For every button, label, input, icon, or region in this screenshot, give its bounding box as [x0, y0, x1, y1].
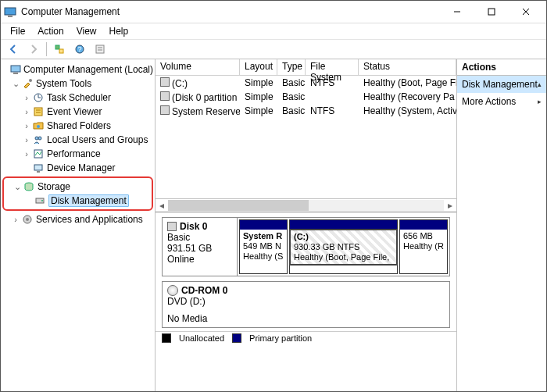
disk-row[interactable]: Disk 0 Basic 931.51 GB Online System R 5… [162, 217, 450, 276]
tree-services-apps[interactable]: › Services and Applications [2, 212, 153, 226]
tree-shared-folders-label: Shared Folders [47, 120, 111, 131]
cell-fs: NTFS [306, 105, 359, 116]
actions-more[interactable]: More Actions ▸ [457, 93, 546, 110]
collapse-icon[interactable]: ⌄ [10, 79, 21, 89]
svg-rect-3 [488, 9, 495, 15]
tree-shared-folders[interactable]: › Shared Folders [2, 119, 153, 133]
table-row[interactable]: System Reserved Simple Basic NTFS Health… [156, 104, 456, 118]
cell-type: Basic [277, 105, 306, 116]
partition-recovery[interactable]: 656 MB Healthy (R [399, 219, 448, 274]
svg-rect-25 [34, 150, 42, 158]
chevron-right-icon: ▸ [538, 98, 542, 105]
col-volume[interactable]: Volume [156, 59, 240, 75]
cell-fs: NTFS [306, 77, 359, 88]
refresh-button[interactable] [50, 41, 69, 58]
svg-text:?: ? [77, 45, 81, 53]
actions-disk-management[interactable]: Disk Management ▴ [457, 76, 546, 93]
expand-icon[interactable]: › [21, 121, 32, 130]
scroll-track[interactable] [168, 200, 444, 211]
col-layout[interactable]: Layout [240, 59, 277, 75]
expand-icon[interactable]: › [21, 149, 32, 159]
volume-icon [160, 91, 170, 101]
disk-info: Disk 0 Basic 931.51 GB Online [163, 218, 238, 276]
partition-name: (C:) [294, 232, 393, 242]
help-toolbar-button[interactable]: ? [70, 41, 89, 58]
svg-rect-13 [11, 66, 20, 72]
services-icon [21, 213, 34, 226]
tree-performance-label: Performance [47, 148, 101, 159]
table-row[interactable]: (C:) Simple Basic NTFS Healthy (Boot, Pa… [156, 76, 456, 90]
tree-performance[interactable]: › Performance [2, 147, 153, 161]
tree-event-viewer-label: Event Viewer [47, 106, 102, 117]
tools-icon [21, 77, 34, 90]
expand-icon[interactable]: › [21, 93, 32, 102]
scroll-thumb[interactable] [168, 200, 309, 211]
nav-tree[interactable]: Computer Management (Local) ⌄ System Too… [1, 59, 156, 391]
svg-rect-7 [59, 49, 63, 53]
partition-bar [240, 220, 287, 230]
forward-button[interactable] [24, 41, 43, 58]
cell-layout: Simple [240, 105, 277, 116]
svg-point-32 [26, 218, 29, 221]
tree-services-apps-label: Services and Applications [36, 214, 143, 225]
volume-table[interactable]: Volume Layout Type File System Status (C… [156, 59, 456, 212]
tree-task-scheduler[interactable]: › Task Scheduler [2, 91, 153, 105]
expand-icon[interactable]: › [10, 215, 21, 224]
window-title: Computer Management [21, 6, 440, 17]
partition-system-reserved[interactable]: System R 549 MB N Healthy (S [239, 219, 288, 274]
cell-volume: System Reserved [172, 106, 240, 117]
cell-volume: (C:) [172, 78, 188, 89]
close-button[interactable] [509, 1, 543, 23]
computer-management-window: Computer Management File Action View Hel… [0, 0, 547, 392]
up-icon: ▴ [538, 80, 542, 88]
tree-local-users[interactable]: › Local Users and Groups [2, 133, 153, 147]
disk-icon [34, 194, 46, 207]
toolbar-separator [46, 42, 47, 56]
partition-size: 549 MB N [243, 241, 284, 251]
tree-system-tools[interactable]: ⌄ System Tools [2, 77, 153, 91]
volume-icon [160, 77, 170, 87]
col-status[interactable]: Status [359, 59, 456, 75]
tree-disk-management[interactable]: Disk Management [4, 194, 148, 208]
tree-storage[interactable]: ⌄ Storage [4, 180, 148, 194]
legend-unallocated: Unallocated [179, 333, 224, 343]
disk-map: Disk 0 Basic 931.51 GB Online System R 5… [156, 212, 456, 391]
properties-button[interactable] [91, 41, 109, 58]
actions-more-label: More Actions [462, 96, 516, 107]
svg-point-30 [41, 200, 43, 201]
minimize-button[interactable] [440, 1, 474, 23]
svg-rect-14 [13, 73, 18, 74]
menu-help[interactable]: Help [105, 24, 134, 38]
disk-type: Basic [167, 232, 232, 243]
partition-c[interactable]: (C:) 930.33 GB NTFS Healthy (Boot, Page … [289, 219, 398, 274]
svg-point-22 [37, 125, 40, 128]
maximize-button[interactable] [474, 1, 509, 23]
tree-device-manager[interactable]: Device Manager [2, 161, 153, 175]
menu-file[interactable]: File [5, 24, 30, 38]
tree-task-scheduler-label: Task Scheduler [47, 92, 111, 103]
cdrom-row[interactable]: CD-ROM 0 DVD (D:) No Media [162, 281, 450, 328]
tree-event-viewer[interactable]: › Event Viewer [2, 105, 153, 119]
cell-status: Healthy (Boot, Page Fi [359, 77, 456, 88]
col-type[interactable]: Type [277, 59, 306, 75]
expand-icon[interactable]: › [21, 107, 32, 116]
disk-size: 931.51 GB [167, 243, 232, 254]
tree-root-label: Computer Management (Local) [23, 64, 153, 75]
table-header: Volume Layout Type File System Status [156, 59, 456, 76]
scroll-right-button[interactable]: ▸ [444, 200, 456, 211]
tree-root[interactable]: Computer Management (Local) [2, 62, 153, 77]
tree-local-users-label: Local Users and Groups [47, 134, 148, 145]
disk-partitions: System R 549 MB N Healthy (S (C:) 930.33… [238, 218, 449, 276]
back-button[interactable] [4, 41, 23, 58]
expand-icon[interactable]: › [21, 135, 32, 144]
svg-point-23 [35, 137, 38, 140]
table-row[interactable]: (Disk 0 partition 3) Simple Basic Health… [156, 90, 456, 104]
menu-action[interactable]: Action [33, 24, 68, 38]
svg-rect-19 [34, 108, 42, 116]
scroll-left-button[interactable]: ◂ [156, 200, 168, 211]
collapse-icon[interactable]: ⌄ [12, 182, 23, 192]
menu-view[interactable]: View [72, 24, 102, 38]
col-filesystem[interactable]: File System [306, 59, 359, 75]
disk-icon [167, 222, 177, 231]
horizontal-scrollbar[interactable]: ◂ ▸ [156, 198, 456, 212]
